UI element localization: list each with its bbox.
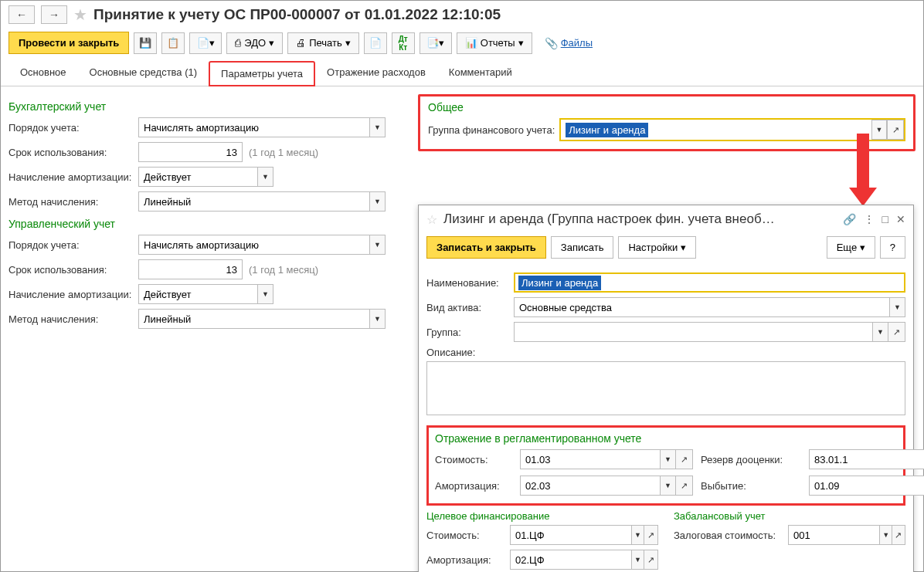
doc-icon-button[interactable]: 📄 <box>364 32 387 54</box>
tab-comment[interactable]: Комментарий <box>437 60 524 86</box>
t-amort-dropdown[interactable]: ▼ <box>632 550 644 570</box>
tab-expenses[interactable]: Отражение расходов <box>315 60 437 86</box>
amort-input[interactable] <box>138 167 258 187</box>
tab-params[interactable]: Параметры учета <box>209 61 315 86</box>
disposal-input[interactable] <box>809 476 924 496</box>
desc-label: Описание: <box>426 347 475 358</box>
term-input[interactable] <box>138 142 243 162</box>
reg-red-box: Отражение в регламентированном учете Сто… <box>426 425 905 506</box>
m-amort-dropdown[interactable]: ▼ <box>258 284 273 304</box>
fingroup-label: Группа финансового учета: <box>428 124 555 136</box>
t-amort-input[interactable] <box>510 550 632 570</box>
t-cost-dropdown[interactable]: ▼ <box>632 525 644 545</box>
accounting-section-title: Бухгалтерский учет <box>8 100 403 113</box>
save-icon-button[interactable]: 💾 <box>134 32 157 54</box>
print-button[interactable]: 🖨 Печать ▾ <box>287 32 359 54</box>
tab-assets[interactable]: Основные средства (1) <box>78 60 209 86</box>
dk-icon-button[interactable]: ДтКт <box>392 32 415 54</box>
fingroup-value[interactable]: Лизинг и аренда <box>561 123 871 137</box>
p-amort-label: Амортизация: <box>435 480 512 492</box>
group-label: Группа: <box>426 327 508 338</box>
edo-button[interactable]: ⎙ ЭДО ▾ <box>226 32 283 54</box>
general-red-box: Общее Группа финансового учета: Лизинг и… <box>418 94 916 151</box>
popup-title: Лизинг и аренда (Группа настроек фин. уч… <box>443 212 837 227</box>
asset-type-label: Вид актива: <box>426 302 508 313</box>
post-close-button[interactable]: Провести и закрыть <box>8 32 129 54</box>
order-label: Порядок учета: <box>8 122 132 134</box>
general-title: Общее <box>428 101 905 113</box>
m-amort-label: Начисление амортизации: <box>8 289 132 300</box>
m-method-dropdown[interactable]: ▼ <box>370 309 386 329</box>
asset-type-dropdown[interactable]: ▼ <box>890 297 905 317</box>
m-term-input[interactable] <box>138 259 243 279</box>
t-amort-label: Амортизация: <box>426 554 504 566</box>
pledge-dropdown[interactable]: ▼ <box>880 525 892 545</box>
m-term-label: Срок использования: <box>8 264 132 276</box>
m-order-input[interactable] <box>138 235 370 255</box>
action-icon-button[interactable]: 📄▾ <box>189 32 222 54</box>
nav-forward[interactable]: → <box>41 5 67 24</box>
pledge-open[interactable]: ↗ <box>892 525 905 545</box>
popup-save-close-button[interactable]: Записать и закрыть <box>426 236 546 259</box>
t-cost-input[interactable] <box>510 525 632 545</box>
reserve-label: Резерв дооценки: <box>701 454 801 465</box>
order-dropdown[interactable]: ▼ <box>370 117 386 137</box>
amort-label: Начисление амортизации: <box>8 171 132 183</box>
m-order-dropdown[interactable]: ▼ <box>370 235 386 255</box>
popup-more-button[interactable]: Еще ▾ <box>827 236 875 259</box>
m-method-input[interactable] <box>138 309 370 329</box>
popup-save-button[interactable]: Записать <box>551 236 614 259</box>
close-icon[interactable]: ✕ <box>896 213 905 225</box>
disposal-label: Выбытие: <box>701 480 801 492</box>
files-link[interactable]: Файлы <box>561 37 593 49</box>
mgmt-section-title: Управленческий учет <box>8 218 403 230</box>
nav-back[interactable]: ← <box>8 5 35 24</box>
order-input[interactable] <box>138 117 370 137</box>
m-term-hint: (1 год 1 месяц) <box>249 264 318 276</box>
pledge-input[interactable] <box>788 525 880 545</box>
p-amort-open[interactable]: ↗ <box>676 476 693 496</box>
reg-title: Отражение в регламентированном учете <box>435 432 897 445</box>
cost-dropdown[interactable]: ▼ <box>661 449 676 469</box>
favorite-icon[interactable]: ★ <box>73 5 87 24</box>
attach-icon: 📎 <box>545 37 558 49</box>
t-cost-open[interactable]: ↗ <box>644 525 658 545</box>
method-input[interactable] <box>138 191 370 212</box>
reserve-input[interactable] <box>809 449 924 469</box>
amort-dropdown[interactable]: ▼ <box>258 167 273 187</box>
popup-favorite-icon[interactable]: ☆ <box>426 212 437 227</box>
group-dropdown[interactable]: ▼ <box>873 322 888 342</box>
highlight-arrow <box>849 134 877 206</box>
group-input[interactable] <box>514 322 873 342</box>
popup-settings-button[interactable]: Настройки ▾ <box>618 236 695 259</box>
fingroup-popup: ☆ Лизинг и аренда (Группа настроек фин. … <box>418 205 914 572</box>
page-title: Принятие к учету ОС ПР00-000007 от 01.01… <box>93 6 501 23</box>
method-label: Метод начисления: <box>8 196 132 208</box>
desc-textarea[interactable] <box>426 361 905 415</box>
offbal-title: Забалансовый учет <box>674 510 905 522</box>
group-open[interactable]: ↗ <box>888 322 905 342</box>
post-icon-button[interactable]: 📋 <box>161 32 185 54</box>
term-label: Срок использования: <box>8 147 132 158</box>
name-label: Наименование: <box>426 277 508 289</box>
cost-input[interactable] <box>520 449 661 469</box>
m-amort-input[interactable] <box>138 284 258 304</box>
target-title: Целевое финансирование <box>426 510 658 522</box>
term-hint: (1 год 1 месяц) <box>249 147 318 158</box>
popup-help-button[interactable]: ? <box>880 236 905 259</box>
name-input[interactable]: Лизинг и аренда <box>514 272 905 293</box>
method-dropdown[interactable]: ▼ <box>370 191 386 212</box>
reports-button[interactable]: 📊 Отчеты ▾ <box>457 32 532 54</box>
menu-icon[interactable]: ⋮ <box>864 213 875 225</box>
t-amort-open[interactable]: ↗ <box>644 550 658 570</box>
m-method-label: Метод начисления: <box>8 313 132 325</box>
tab-main[interactable]: Основное <box>8 60 78 86</box>
p-amort-dropdown[interactable]: ▼ <box>661 476 676 496</box>
p-amort-input[interactable] <box>520 476 661 496</box>
related-icon-button[interactable]: 📑▾ <box>420 32 452 54</box>
fingroup-open[interactable]: ↗ <box>887 120 904 140</box>
maximize-icon[interactable]: □ <box>882 213 888 225</box>
cost-open[interactable]: ↗ <box>676 449 693 469</box>
link-icon[interactable]: 🔗 <box>843 213 856 225</box>
asset-type-input[interactable] <box>514 297 890 317</box>
